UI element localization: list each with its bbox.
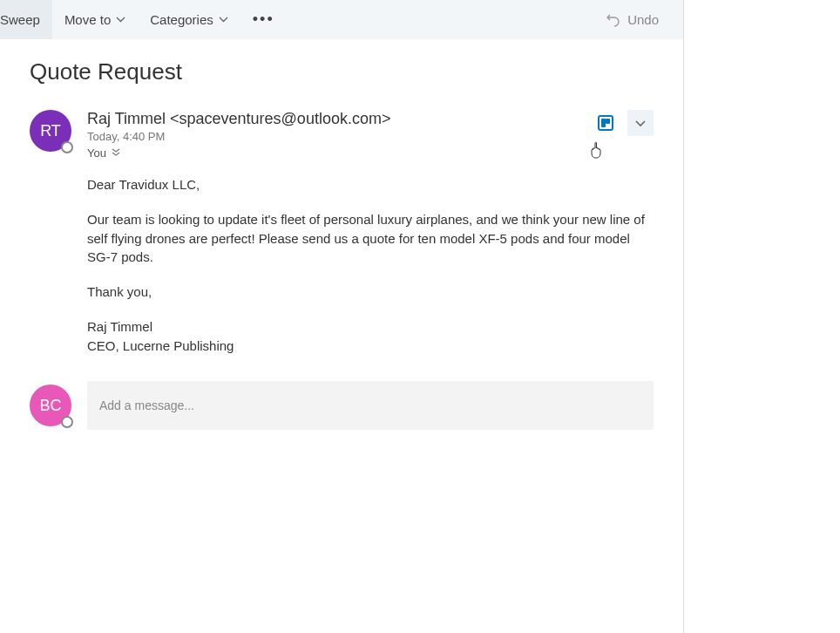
move-to-button[interactable]: Move to <box>52 0 138 39</box>
chevron-down-icon <box>219 17 228 23</box>
body-greeting: Dear Travidux LLC, <box>87 175 654 194</box>
reply-input[interactable]: Add a message... <box>87 381 654 430</box>
pane-divider[interactable] <box>683 0 684 633</box>
message-header: RT Raj Timmel <spaceventures@outlook.com… <box>30 110 654 160</box>
move-to-label: Move to <box>64 12 111 27</box>
sweep-button[interactable]: Sweep <box>0 0 52 39</box>
trello-icon <box>598 115 613 131</box>
email-body: Dear Travidux LLC, Our team is looking t… <box>87 175 654 355</box>
recipients-line[interactable]: You <box>87 146 654 160</box>
presence-indicator <box>61 141 73 153</box>
my-initials: BC <box>39 397 61 415</box>
reply-placeholder: Add a message... <box>99 398 194 412</box>
body-signature-title: CEO, Lucerne Publishing <box>87 337 654 356</box>
more-actions-button[interactable]: ••• <box>240 0 287 39</box>
categories-button[interactable]: Categories <box>138 0 240 39</box>
body-signature-name: Raj Timmel <box>87 317 654 337</box>
chevron-down-icon <box>116 17 125 23</box>
undo-label: Undo <box>627 12 659 27</box>
toolbar: Sweep Move to Categories ••• Undo <box>0 0 683 39</box>
sender-display: Raj Timmel <spaceventures@outlook.com> <box>87 110 654 128</box>
undo-icon <box>606 13 620 27</box>
undo-button[interactable]: Undo <box>606 12 674 27</box>
chevron-down-icon <box>635 116 646 130</box>
to-label: You <box>87 146 106 160</box>
sender-initials: RT <box>40 122 61 140</box>
sender-avatar[interactable]: RT <box>30 110 71 152</box>
categories-label: Categories <box>150 12 213 27</box>
reply-row: BC Add a message... <box>30 381 654 430</box>
sweep-label: Sweep <box>0 12 40 27</box>
email-subject: Quote Request <box>30 58 654 85</box>
trello-addin-button[interactable] <box>593 110 619 136</box>
body-paragraph: Our team is looking to update it's fleet… <box>87 210 654 267</box>
message-actions-dropdown[interactable] <box>627 110 654 136</box>
email-date: Today, 4:40 PM <box>87 130 654 143</box>
my-avatar[interactable]: BC <box>30 385 71 426</box>
presence-indicator <box>61 416 73 428</box>
chevron-double-down-icon <box>112 146 120 160</box>
body-thanks: Thank you, <box>87 282 654 302</box>
ellipsis-icon: ••• <box>253 10 274 29</box>
